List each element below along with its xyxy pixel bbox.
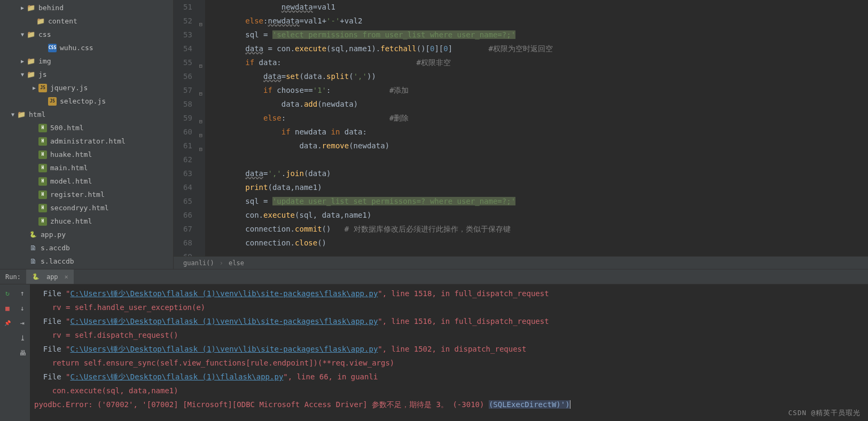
breadcrumb-item[interactable]: else <box>229 259 244 267</box>
code-line[interactable]: data.remove(newdata) <box>209 139 868 153</box>
code-line[interactable]: if newdata in data: <box>209 125 868 139</box>
fold-column[interactable]: ⊟⊟⊟⊟⊟⊟ <box>199 0 205 256</box>
line-number[interactable]: 62 <box>183 153 192 166</box>
line-number[interactable]: 61 <box>183 139 192 153</box>
line-number[interactable]: 52 <box>183 14 192 28</box>
fold-icon[interactable]: ⊟ <box>199 18 202 31</box>
code-line[interactable]: connection.commit() # 对数据库修改后必须进行此操作，类似于… <box>209 222 868 236</box>
code-line[interactable]: if choose=='1': #添加 <box>209 83 868 97</box>
line-number[interactable]: 59 <box>183 111 192 125</box>
tree-item[interactable]: ▼js <box>0 68 173 81</box>
tree-item[interactable]: Hzhuce.html <box>0 215 173 228</box>
code-line[interactable] <box>209 153 868 166</box>
code-line[interactable]: data.add(newdata) <box>209 97 868 111</box>
code-line[interactable]: else:newdata=val1+'-'+val2 <box>209 14 868 28</box>
code-content[interactable]: newdata=val1 else:newdata=val1+'-'+val2 … <box>205 0 868 256</box>
code-line[interactable]: con.execute(sql, data,name1) <box>209 208 868 222</box>
console-line[interactable]: rv = self.handle_user_exception(e) <box>34 300 864 314</box>
console-line[interactable]: File "C:\Users\锤少\Desktop\flalask (1)\ve… <box>34 314 864 328</box>
html-icon: H <box>38 204 47 212</box>
line-number[interactable]: 64 <box>183 180 192 194</box>
run-tab[interactable]: app × <box>26 269 74 284</box>
tree-item[interactable]: ▼css <box>0 28 173 41</box>
breadcrumb[interactable]: guanli() › else <box>174 256 868 269</box>
code-line[interactable]: else: #删除 <box>209 111 868 125</box>
console-line[interactable]: con.execute(sql, data,name1) <box>34 384 864 398</box>
scroll-end-button[interactable]: ⤓ <box>18 333 27 342</box>
line-number[interactable]: 68 <box>183 236 192 250</box>
expand-arrow-icon[interactable]: ▶ <box>31 85 37 91</box>
tree-item[interactable]: ▶img <box>0 54 173 68</box>
line-number[interactable]: 67 <box>183 222 192 236</box>
line-number[interactable]: 65 <box>183 194 192 208</box>
tree-item[interactable]: JSselectop.js <box>0 94 173 108</box>
tree-item[interactable]: content <box>0 14 173 28</box>
line-number[interactable]: 60 <box>183 125 192 139</box>
expand-arrow-icon[interactable]: ▶ <box>19 5 26 11</box>
expand-arrow-icon[interactable]: ▼ <box>19 72 26 77</box>
code-line[interactable]: data=','.join(data) <box>209 166 868 180</box>
run-tab-label: app <box>46 273 58 281</box>
console-output[interactable]: File "C:\Users\锤少\Desktop\flalask (1)\ve… <box>30 284 868 421</box>
stop-button[interactable]: ■ <box>3 304 12 312</box>
tree-item[interactable]: ▶behind <box>0 1 173 14</box>
line-number[interactable]: 57 <box>183 83 192 97</box>
rerun-button[interactable]: ↻ <box>3 289 12 297</box>
code-line[interactable]: data=set(data.split(',')) <box>209 69 868 83</box>
up-button[interactable]: ↑ <box>18 289 27 297</box>
code-line[interactable]: data = con.execute(sql,name1).fetchall()… <box>209 42 868 55</box>
fold-icon[interactable]: ⊟ <box>199 115 202 129</box>
code-line[interactable]: print(data,name1) <box>209 180 868 194</box>
fold-icon[interactable]: ⊟ <box>199 87 202 101</box>
expand-arrow-icon[interactable]: ▼ <box>10 112 16 117</box>
code-line[interactable]: newdata=val1 <box>209 0 868 14</box>
console-line[interactable]: return self.ensure_sync(self.view_functi… <box>34 356 864 370</box>
line-number[interactable]: 69 <box>183 250 192 256</box>
tree-item[interactable]: s.accdb <box>0 241 173 255</box>
console-line[interactable]: File "C:\Users\锤少\Desktop\flalask (1)\ve… <box>34 342 864 356</box>
line-number[interactable]: 63 <box>183 166 192 180</box>
expand-arrow-icon[interactable]: ▶ <box>19 58 26 64</box>
code-line[interactable]: sql = 'select permissions from user_list… <box>209 28 868 42</box>
tree-item[interactable]: Hmain.html <box>0 161 173 174</box>
close-icon[interactable]: × <box>65 273 68 281</box>
pin-button[interactable]: 📌 <box>3 319 12 327</box>
tree-item[interactable]: Hsecondryy.html <box>0 201 173 215</box>
code-line[interactable]: if data: #权限非空 <box>209 55 868 69</box>
breadcrumb-item[interactable]: guanli() <box>183 259 214 267</box>
console-line[interactable]: File "C:\Users\锤少\Desktop\flalask (1)\fl… <box>34 370 864 384</box>
line-number[interactable]: 58 <box>183 97 192 111</box>
tree-item[interactable]: app.py <box>0 228 173 241</box>
project-tree[interactable]: ▶behindcontent▼cssCSSwuhu.css▶img▼js▶JSj… <box>0 0 174 269</box>
code-line[interactable]: connection.close() <box>209 236 868 250</box>
tree-item[interactable]: ▼html <box>0 108 173 121</box>
print-button[interactable]: 🖶 <box>18 348 27 357</box>
tree-item[interactable]: ▶JSjquery.js <box>0 81 173 94</box>
line-number[interactable]: 66 <box>183 208 192 222</box>
code-line[interactable]: sql = 'update user_list set permissons=?… <box>209 194 868 208</box>
tree-item[interactable]: s.laccdb <box>0 255 173 268</box>
fold-icon[interactable]: ⊟ <box>199 129 202 142</box>
tree-item[interactable]: Hadministrator.html <box>0 134 173 148</box>
tree-item[interactable]: CSSwuhu.css <box>0 41 173 54</box>
code-editor[interactable]: 51525354555657585960616263646566676869 ⊟… <box>174 0 868 269</box>
tree-item-label: app.py <box>41 231 66 239</box>
line-number[interactable]: 56 <box>183 69 192 83</box>
tree-item[interactable]: Hregister.html <box>0 188 173 201</box>
wrap-button[interactable]: ⇥ <box>18 319 27 327</box>
code-line[interactable] <box>209 250 868 256</box>
tree-item[interactable]: Hmodel.html <box>0 174 173 188</box>
line-number[interactable]: 51 <box>183 0 192 14</box>
line-number[interactable]: 55 <box>183 55 192 69</box>
console-line[interactable]: File "C:\Users\锤少\Desktop\flalask (1)\ve… <box>34 287 864 300</box>
expand-arrow-icon[interactable]: ▼ <box>19 31 26 37</box>
tree-item[interactable]: Hhuake.html <box>0 148 173 161</box>
line-number[interactable]: 53 <box>183 28 192 42</box>
console-line[interactable]: rv = self.dispatch_request() <box>34 328 864 342</box>
line-number[interactable]: 54 <box>183 42 192 55</box>
fold-icon[interactable]: ⊟ <box>199 142 202 156</box>
fold-icon[interactable]: ⊟ <box>199 59 202 73</box>
tree-item[interactable]: H500.html <box>0 121 173 134</box>
console-line[interactable]: pyodbc.Error: ('07002', '[07002] [Micros… <box>34 398 864 411</box>
down-button[interactable]: ↓ <box>18 304 27 312</box>
